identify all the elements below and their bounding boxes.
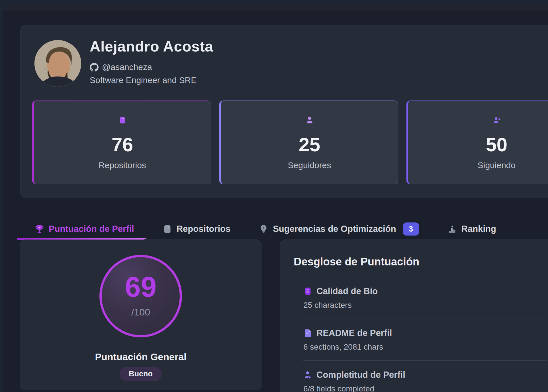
- breakdown-item-detail: 6/8 fields completed: [303, 384, 547, 392]
- score-title: Puntuación General: [20, 351, 261, 362]
- stat-label-followers: Seguidores: [288, 160, 331, 170]
- score-ring: 69 /100: [99, 255, 182, 337]
- breakdown-list: Calidad de Bio 25 characters README de P…: [303, 286, 547, 392]
- stat-value-followers: 25: [299, 134, 320, 155]
- page-left-band: [0, 5, 3, 392]
- stat-value-repositories: 76: [112, 134, 133, 155]
- suggestions-count-badge: 3: [403, 222, 419, 236]
- profile-bio: Software Engineer and SRE: [90, 75, 197, 85]
- bio-doc-icon: [303, 287, 312, 296]
- breakdown-title: Desglose de Puntuación: [294, 256, 547, 268]
- github-icon: [90, 63, 99, 72]
- person-check-icon: [303, 370, 312, 379]
- window-top-bar: [0, 0, 548, 5]
- breakdown-item-label: Calidad de Bio: [316, 286, 378, 296]
- tab-profile-score-label: Puntuación de Perfil: [49, 224, 134, 234]
- stat-label-following: Siguiendo: [478, 160, 516, 170]
- avatar-portrait-illustration: [34, 40, 81, 87]
- score-breakdown-card: Desglose de Puntuación Calidad de Bio 25…: [280, 240, 548, 392]
- readme-doc-icon: [303, 329, 312, 338]
- overall-score-card: 69 /100 Puntuación General Bueno: [20, 240, 261, 390]
- page-top-band: [0, 5, 548, 11]
- repo-icon: [163, 224, 172, 234]
- avatar: [34, 40, 81, 87]
- stat-card-following: 50 Siguiendo: [406, 100, 548, 184]
- breakdown-item-readme: README de Perfil 6 sections, 2081 chars: [303, 328, 547, 361]
- tab-profile-score[interactable]: Puntuación de Perfil: [35, 224, 134, 234]
- score-out-of: /100: [131, 307, 150, 318]
- tab-optimization-suggestions-label: Sugerencias de Optimización: [273, 224, 396, 234]
- breakdown-item-profile-completeness: Completitud de Perfil 6/8 fields complet…: [303, 370, 547, 392]
- stat-card-followers: 25 Seguidores: [219, 100, 398, 184]
- breakdown-item-label: README de Perfil: [316, 328, 392, 338]
- breakdown-item-detail: 25 characters: [303, 300, 547, 310]
- tab-ranking-label: Ranking: [461, 224, 496, 234]
- breakdown-item-bio-quality: Calidad de Bio 25 characters: [303, 286, 547, 319]
- stat-label-repositories: Repositorios: [99, 160, 146, 170]
- tab-repositories[interactable]: Repositorios: [163, 224, 230, 234]
- breakdown-item-label: Completitud de Perfil: [316, 370, 405, 380]
- lightbulb-icon: [259, 224, 268, 234]
- tab-repositories-label: Repositorios: [177, 224, 230, 234]
- tab-ranking[interactable]: Ranking: [447, 224, 496, 234]
- repo-icon: [118, 116, 126, 125]
- breakdown-item-detail: 6 sections, 2081 chars: [303, 342, 547, 352]
- score-value: 69: [125, 272, 156, 302]
- followers-icon: [305, 116, 314, 124]
- trophy-icon: [35, 224, 44, 234]
- tab-optimization-suggestions[interactable]: Sugerencias de Optimización 3: [259, 222, 419, 236]
- stat-card-repositories: 76 Repositorios: [32, 100, 211, 184]
- following-icon: [493, 116, 501, 124]
- tab-bar: Puntuación de Perfil Repositorios Sugere…: [35, 222, 496, 236]
- score-rating-badge: Bueno: [120, 367, 162, 381]
- profile-handle[interactable]: @asancheza: [102, 62, 152, 72]
- profile-name: Alejandro Acosta: [90, 38, 213, 55]
- podium-icon: [447, 224, 457, 234]
- stat-value-following: 50: [486, 134, 508, 155]
